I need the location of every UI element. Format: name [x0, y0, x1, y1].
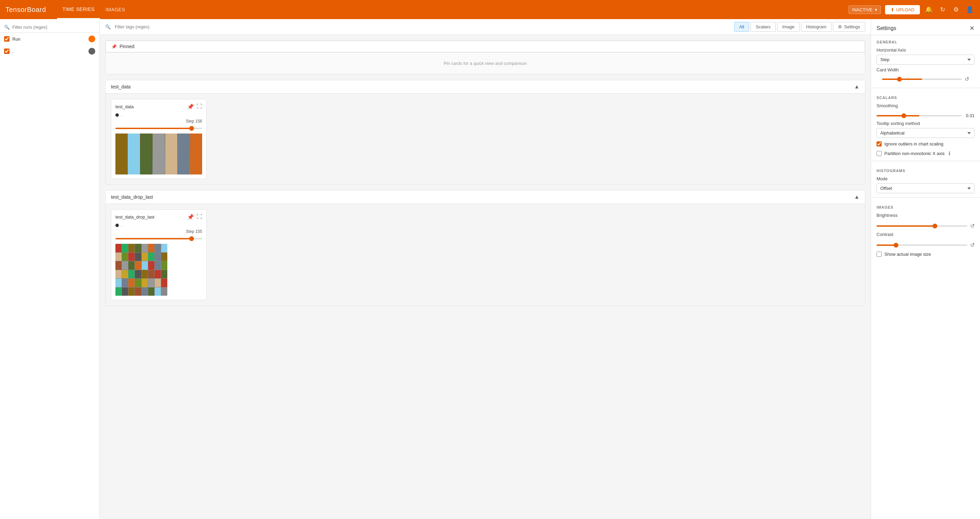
step-slider-1[interactable]: [115, 238, 202, 239]
tooltip-sort-field: Tooltip sorting method Alphabetical Asce…: [871, 119, 980, 139]
image-card-header-1: test_data_drop_last 📌 ⛶: [115, 214, 202, 220]
run-dot-text-0: .: [121, 113, 122, 118]
topnav: TensorBoard TIME SERIES IMAGES INACTIVE …: [0, 0, 980, 19]
tab-histogram[interactable]: Histogram: [801, 22, 832, 32]
grid2-cell: [142, 261, 148, 270]
grid2-cell: [148, 253, 154, 261]
run-label-1: .: [12, 49, 86, 54]
account-icon[interactable]: 👤: [965, 5, 975, 14]
grid2-cell: [161, 244, 167, 252]
pin-card-icon-0[interactable]: 📌: [187, 103, 194, 110]
partition-checkbox[interactable]: [877, 151, 882, 156]
chevron-down-icon: ▾: [875, 7, 877, 12]
brightness-label: Brightness: [877, 213, 975, 218]
settings-panel: Settings ✕ GENERAL Horizontal Axis Step …: [871, 19, 980, 519]
tooltip-sort-label: Tooltip sorting method: [877, 121, 975, 126]
settings-panel-title: Settings: [877, 25, 896, 32]
main-layout: 🔍 Run . 🔍 All Scalars Image Histogram: [0, 19, 980, 519]
search-icon: 🔍: [4, 25, 10, 30]
grid2-cell: [128, 244, 135, 252]
image-card-icons-0: 📌 ⛶: [187, 103, 202, 110]
horizontal-axis-select[interactable]: Step Relative Wall: [877, 55, 975, 65]
card-width-reset[interactable]: ↺: [965, 76, 969, 82]
notifications-icon[interactable]: 🔔: [924, 5, 934, 14]
nav-images[interactable]: IMAGES: [100, 0, 130, 19]
expand-card-icon-1[interactable]: ⛶: [197, 214, 202, 220]
smoothing-slider[interactable]: [877, 115, 962, 116]
histogram-mode-label: Mode: [877, 176, 975, 181]
grid2-cell: [128, 279, 135, 287]
tooltip-sort-select[interactable]: Alphabetical Ascending Descending Defaul…: [877, 128, 975, 138]
show-actual-size-label: Show actual image size: [885, 252, 931, 257]
image-grid-inner-0: [115, 134, 202, 175]
upload-button[interactable]: ⬆ UPLOAD: [885, 5, 920, 14]
settings-tab-button[interactable]: ⚙ Settings: [833, 22, 865, 32]
refresh-icon[interactable]: ↻: [938, 5, 947, 14]
tab-image[interactable]: Image: [777, 22, 800, 32]
grid2-cell: [155, 270, 161, 279]
card-width-slider[interactable]: [882, 78, 962, 80]
content-header: 🔍 All Scalars Image Histogram ⚙ Settings: [100, 19, 871, 35]
brand-logo: TensorBoard: [5, 6, 46, 14]
collapse-icon-0[interactable]: ▲: [854, 84, 859, 90]
grid2-cell: [142, 279, 148, 287]
grid-cell: [165, 134, 177, 175]
settings-icon[interactable]: ⚙: [951, 5, 961, 14]
contrast-reset[interactable]: ↺: [970, 242, 975, 248]
ignore-outliers-checkbox[interactable]: [877, 142, 882, 146]
grid2-cell: [115, 279, 122, 287]
pin-card-icon-1[interactable]: 📌: [187, 214, 194, 220]
section-label-scalars: SCALARS: [871, 91, 980, 102]
show-actual-size-checkbox[interactable]: [877, 252, 882, 257]
image-grid2-1: [115, 244, 202, 296]
run-checkbox-1[interactable]: [4, 48, 10, 54]
grid2-cell: [122, 261, 128, 270]
card-group-title-1: test_data_drop_last: [111, 194, 153, 200]
topnav-right: INACTIVE ▾ ⬆ UPLOAD 🔔 ↻ ⚙ 👤: [848, 5, 975, 14]
grid2-cell: [155, 261, 161, 270]
grid2-cell: [115, 288, 122, 296]
grid2-cell: [122, 244, 128, 252]
divider-scalars: [871, 161, 980, 161]
section-label-general: GENERAL: [871, 35, 980, 46]
grid-cell: [178, 134, 189, 175]
filter-runs-input[interactable]: [12, 25, 95, 30]
settings-tab-icon: ⚙: [838, 24, 842, 29]
histogram-mode-select[interactable]: Offset Overlay: [877, 183, 975, 193]
contrast-slider[interactable]: [877, 245, 967, 246]
brightness-reset[interactable]: ↺: [970, 223, 975, 229]
smoothing-slider-row: 0.31: [871, 111, 980, 119]
filter-tags-input[interactable]: [115, 24, 730, 29]
settings-close-button[interactable]: ✕: [969, 25, 975, 32]
pin-icon: 📌: [111, 44, 117, 49]
grid2-cell: [115, 261, 122, 270]
tab-all[interactable]: All: [734, 22, 749, 32]
brightness-slider-row: ↺: [871, 221, 980, 231]
histogram-mode-field: Mode Offset Overlay: [871, 175, 980, 195]
header-tabs: All Scalars Image Histogram ⚙ Settings: [734, 22, 865, 32]
sidebar: 🔍 Run .: [0, 19, 100, 519]
card-width-slider-row: ↺: [877, 75, 975, 84]
collapse-icon-1[interactable]: ▲: [854, 194, 859, 200]
status-badge[interactable]: INACTIVE ▾: [848, 5, 881, 14]
step-slider-container-1: [115, 235, 202, 240]
nav-links: TIME SERIES IMAGES: [57, 0, 131, 19]
contrast-label: Contrast: [877, 232, 975, 237]
grid2-cell: [135, 288, 141, 296]
brightness-slider[interactable]: [877, 225, 967, 227]
grid2-cell: [155, 244, 161, 252]
grid2-cell: [135, 270, 141, 279]
contrast-slider-row: ↺: [871, 240, 980, 250]
grid2-cell: [148, 279, 154, 287]
nav-time-series[interactable]: TIME SERIES: [57, 0, 100, 19]
card-group-header-0: test_data ▲: [105, 80, 865, 94]
expand-card-icon-0[interactable]: ⛶: [197, 103, 202, 110]
run-checkbox-0[interactable]: [4, 36, 10, 41]
grid2-cell: [128, 270, 135, 279]
step-slider-0[interactable]: [115, 128, 202, 129]
image-card-title-1: test_data_drop_last: [115, 215, 154, 220]
run-item-0: Run: [0, 33, 99, 45]
tab-scalars[interactable]: Scalars: [751, 22, 775, 32]
run-color-1: [88, 48, 95, 55]
grid2-cell: [155, 288, 161, 296]
